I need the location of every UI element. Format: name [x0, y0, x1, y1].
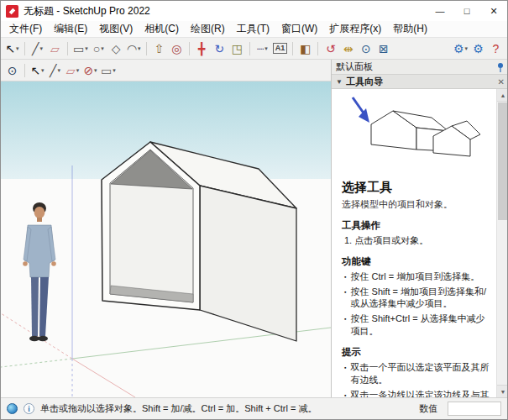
tray-title-bar: 默认面板 — [332, 60, 508, 75]
rectangle-tool[interactable]: ▭ ▾ — [71, 39, 90, 58]
toolbar-separator — [186, 39, 193, 58]
circle-tool[interactable]: ⊘ ▾ — [81, 61, 99, 80]
polygon-tool-icon: ◇ — [112, 43, 121, 55]
help-icon-icon: ? — [493, 43, 500, 55]
zoom-window-tool-icon: ⊙ — [8, 65, 18, 76]
scrollbar-thumb[interactable] — [498, 102, 508, 220]
line-tool[interactable]: ╱ ▾ — [46, 61, 64, 80]
zoom-tool[interactable]: ⊙ — [357, 39, 374, 58]
dropdown-arrow-icon[interactable]: ▾ — [76, 67, 80, 74]
menu-item[interactable]: 扩展程序(x) — [323, 20, 387, 38]
dropdown-arrow-icon[interactable]: ▾ — [41, 67, 45, 74]
orbit-tool[interactable]: ↺ — [322, 39, 339, 58]
status-bar: i 单击或拖动以选择对象。Shift = 加/减。Ctrl = 加。Shift … — [1, 397, 507, 419]
toolbar-separator — [289, 39, 296, 58]
extension-manager-icon[interactable]: ⚙ — [469, 39, 487, 58]
scroll-down-button[interactable]: ▼ — [497, 385, 508, 397]
close-icon[interactable]: ✕ — [498, 77, 505, 87]
person-left-leg — [31, 277, 39, 336]
toolbar-separator — [246, 39, 254, 58]
circle-tool-icon: ○ — [93, 43, 100, 55]
eraser-tool[interactable]: ▱ — [46, 39, 64, 58]
text-tool[interactable]: A1 — [271, 39, 290, 58]
maximize-button[interactable]: □ — [453, 1, 480, 21]
dropdown-arrow-icon[interactable]: ▾ — [264, 45, 268, 52]
person-left-hand — [23, 261, 28, 266]
line-tool[interactable]: ╱ ▾ — [29, 39, 46, 58]
toolbar-row-2: ⊙ ↖ ▾ ╱ ▾ — [1, 60, 331, 81]
scale-tool-icon: ◳ — [232, 43, 243, 55]
info-icon[interactable]: i — [24, 403, 34, 414]
extension-warehouse-icon-icon: ⚙ — [453, 43, 464, 55]
cursor-arrow-icon — [353, 97, 369, 123]
viewport-3d[interactable] — [1, 81, 331, 397]
arc-tool[interactable]: ◠ ▾ — [125, 39, 143, 58]
zoom-extents-tool-icon: ⊠ — [379, 43, 389, 55]
bullet-icon: ▪ — [344, 273, 346, 283]
menu-item[interactable]: 工具(T) — [231, 20, 275, 38]
dropdown-arrow-icon[interactable]: ▾ — [464, 45, 468, 52]
paint-bucket-tool[interactable]: ◧ — [296, 39, 314, 58]
instructor-section-header[interactable]: ▼ 工具向导 ✕ — [332, 75, 508, 89]
dropdown-arrow-icon[interactable]: ▾ — [138, 45, 141, 52]
zoom-extents-tool[interactable]: ⊠ — [374, 39, 392, 58]
scroll-up-button[interactable]: ▲ — [497, 89, 508, 102]
window-title: 无标题 - SketchUp Pro 2022 — [24, 4, 150, 18]
dropdown-arrow-icon[interactable]: ▾ — [85, 45, 88, 52]
measurement-input[interactable] — [448, 402, 501, 416]
toolbar-separator — [314, 39, 322, 58]
tape-measure-tool[interactable]: ┈ ▾ — [254, 39, 271, 58]
menu-item[interactable]: 绘图(R) — [185, 20, 231, 38]
rectangle-tool[interactable]: ▭ ▾ — [99, 61, 118, 80]
select-tool[interactable]: ↖ ▾ — [29, 61, 46, 80]
dropdown-arrow-icon[interactable]: ▾ — [57, 67, 60, 74]
offset-tool[interactable]: ◎ — [168, 39, 186, 58]
menu-item[interactable]: 文件(F) — [3, 20, 48, 38]
bullet-icon: ▪ — [344, 288, 346, 311]
instructor-panel: 选择工具 选择模型中的项目和对象。 工具操作 1. 点击项目或对象。 功能键 ▪ — [332, 89, 508, 397]
menu-item[interactable]: 窗口(W) — [275, 20, 323, 38]
menu-item[interactable]: 编辑(E) — [48, 20, 93, 38]
dropdown-arrow-icon[interactable]: ▾ — [39, 45, 43, 52]
instructor-heading: 选择工具 — [342, 180, 491, 196]
toolbar-row-1: ↖ ▾ ╱ ▾ ▱ ▭ — [1, 38, 507, 60]
rectangle-tool-icon: ▭ — [73, 43, 84, 55]
menu-item[interactable]: 相机(C) — [139, 20, 185, 38]
panel-scrollbar[interactable]: ▲ ▼ — [496, 89, 508, 397]
rectangle-tool-icon: ▭ — [101, 65, 112, 76]
menu-item[interactable]: 帮助(H) — [387, 20, 433, 38]
dropdown-arrow-icon[interactable]: ▾ — [94, 67, 97, 74]
help-icon[interactable]: ? — [487, 39, 505, 58]
operation-title: 工具操作 — [342, 219, 491, 232]
auto-hide-pin-icon[interactable] — [496, 62, 505, 72]
geolocation-icon[interactable] — [7, 403, 18, 414]
dropdown-arrow-icon[interactable]: ▾ — [16, 45, 19, 52]
pan-tool[interactable]: ⇹ — [339, 39, 357, 58]
app-icon — [6, 5, 18, 18]
toolbar-separator — [64, 39, 71, 58]
push-pull-tool[interactable]: ⇧ — [150, 39, 168, 58]
orbit-tool-icon: ↺ — [326, 43, 336, 55]
person-right-hand — [51, 261, 56, 266]
instructor-bullet: ▪ 双击一条边线以选定该边线及与其共享的平面。 — [344, 389, 491, 397]
move-tool[interactable]: ╋ — [193, 39, 211, 58]
select-tool[interactable]: ↖ ▾ — [3, 39, 21, 58]
dropdown-arrow-icon[interactable]: ▾ — [101, 45, 104, 52]
close-button[interactable]: ✕ — [480, 1, 507, 21]
polygon-tool[interactable]: ◇ — [107, 39, 125, 58]
menu-item[interactable]: 视图(V) — [93, 20, 139, 38]
collapse-arrow-icon[interactable]: ▼ — [336, 78, 343, 86]
tips-list: ▪ 双击一个平面以选定该平面及其所有边线。 ▪ 双击一条边线以选定该边线及与其共… — [342, 361, 491, 397]
scale-tool[interactable]: ◳ — [228, 39, 246, 58]
tape-measure-tool-icon: ┈ — [257, 43, 264, 55]
extension-warehouse-icon[interactable]: ⚙ ▾ — [452, 39, 469, 58]
status-message: 单击或拖动以选择对象。Shift = 加/减。Ctrl = 加。Shift + … — [40, 402, 317, 415]
modifier-list: ▪ 按住 Ctrl = 增加项目到选择集。 ▪ 按住 Shift = 增加项目到… — [342, 270, 491, 338]
eraser-tool[interactable]: ▱ ▾ — [64, 61, 81, 80]
minimize-button[interactable]: — — [427, 1, 453, 21]
circle-tool[interactable]: ○ ▾ — [90, 39, 107, 58]
rotate-tool[interactable]: ↻ — [211, 39, 228, 58]
dropdown-arrow-icon[interactable]: ▾ — [113, 67, 116, 74]
zoom-window-tool[interactable]: ⊙ — [3, 61, 21, 80]
select-tool-icon: ↖ — [30, 65, 40, 76]
